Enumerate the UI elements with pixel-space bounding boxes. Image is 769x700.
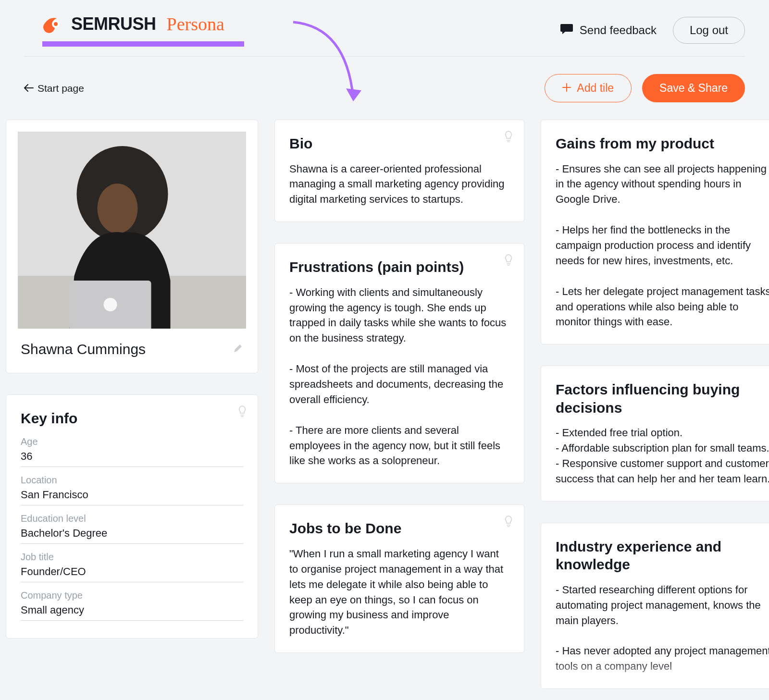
field-value[interactable]: Bachelor's Degree xyxy=(21,527,243,544)
gains-card: Gains from my product - Ensures she can … xyxy=(541,120,769,344)
brand-main: SEMRUSH xyxy=(71,14,156,34)
lightbulb-icon[interactable] xyxy=(504,131,513,142)
start-page-link[interactable]: Start page xyxy=(24,83,84,94)
jobs-body[interactable]: "When I run a small marketing agency I w… xyxy=(289,546,509,638)
logo-block: SEMRUSH Persona xyxy=(42,13,244,47)
field-value[interactable]: 36 xyxy=(21,450,243,467)
field-value[interactable]: Small agency xyxy=(21,604,243,621)
frustrations-title: Frustrations (pain points) xyxy=(289,258,509,276)
bio-body[interactable]: Shawna is a career-oriented professional… xyxy=(289,161,509,208)
key-info-field: Company typeSmall agency xyxy=(21,590,243,621)
arrow-left-icon xyxy=(24,83,34,94)
lightbulb-icon[interactable] xyxy=(237,405,247,417)
save-share-label: Save & Share xyxy=(659,82,728,94)
industry-card: Industry experience and knowledge - Star… xyxy=(541,523,769,689)
lightbulb-icon[interactable] xyxy=(504,254,513,266)
toolbar: Start page Add tile Save & Share xyxy=(0,57,769,120)
svg-point-5 xyxy=(98,184,138,233)
svg-point-1 xyxy=(54,22,58,26)
frustrations-body[interactable]: - Working with clients and simultaneousl… xyxy=(289,285,509,469)
field-value[interactable]: Founder/CEO xyxy=(21,565,243,582)
factors-card: Factors influencing buying decisions - E… xyxy=(541,366,769,502)
key-info-field: Job titleFounder/CEO xyxy=(21,552,243,582)
svg-point-7 xyxy=(104,298,117,311)
field-label: Company type xyxy=(21,590,243,601)
key-info-card: Key info Age36LocationSan FranciscoEduca… xyxy=(6,394,258,639)
send-feedback-link[interactable]: Send feedback xyxy=(560,23,657,37)
bio-card: Bio Shawna is a career-oriented professi… xyxy=(274,120,524,222)
tiles-grid: Shawna Cummings Key info Age36LocationSa… xyxy=(0,120,769,689)
lightbulb-icon[interactable] xyxy=(504,516,513,527)
chat-icon xyxy=(560,23,573,37)
bio-title: Bio xyxy=(289,135,509,153)
send-feedback-label: Send feedback xyxy=(580,24,657,37)
save-share-button[interactable]: Save & Share xyxy=(642,74,745,102)
gains-body[interactable]: - Ensures she can see all projects happe… xyxy=(556,161,769,330)
persona-name[interactable]: Shawna Cummings xyxy=(21,341,146,357)
field-label: Location xyxy=(21,475,243,486)
field-label: Education level xyxy=(21,513,243,524)
app-header: SEMRUSH Persona Send feedback Log out xyxy=(0,0,769,51)
factors-body[interactable]: - Extended free trial option. - Affordab… xyxy=(556,425,769,487)
pencil-icon[interactable] xyxy=(233,343,243,356)
start-page-label: Start page xyxy=(37,83,84,94)
plus-icon xyxy=(562,82,571,95)
annotation-underline xyxy=(42,41,244,47)
jobs-card: Jobs to be Done "When I run a small mark… xyxy=(274,504,524,653)
add-tile-label: Add tile xyxy=(577,82,614,95)
persona-photo-card: Shawna Cummings xyxy=(6,120,258,373)
logout-label: Log out xyxy=(690,24,728,37)
flame-icon xyxy=(42,14,65,34)
field-label: Age xyxy=(21,436,243,447)
key-info-field: Age36 xyxy=(21,436,243,467)
jobs-title: Jobs to be Done xyxy=(289,519,509,538)
key-info-field: LocationSan Francisco xyxy=(21,475,243,505)
gains-title: Gains from my product xyxy=(556,135,769,153)
add-tile-button[interactable]: Add tile xyxy=(545,74,632,102)
brand-sub: Persona xyxy=(167,13,224,35)
factors-title: Factors influencing buying decisions xyxy=(556,381,769,417)
fade-overlay xyxy=(541,660,769,688)
frustrations-card: Frustrations (pain points) - Working wit… xyxy=(274,243,524,483)
field-value[interactable]: San Francisco xyxy=(21,489,243,505)
field-label: Job title xyxy=(21,552,243,563)
persona-photo[interactable] xyxy=(18,132,246,329)
logout-button[interactable]: Log out xyxy=(673,17,745,44)
key-info-title: Key info xyxy=(21,409,243,428)
key-info-field: Education levelBachelor's Degree xyxy=(21,513,243,544)
industry-title: Industry experience and knowledge xyxy=(556,538,769,574)
